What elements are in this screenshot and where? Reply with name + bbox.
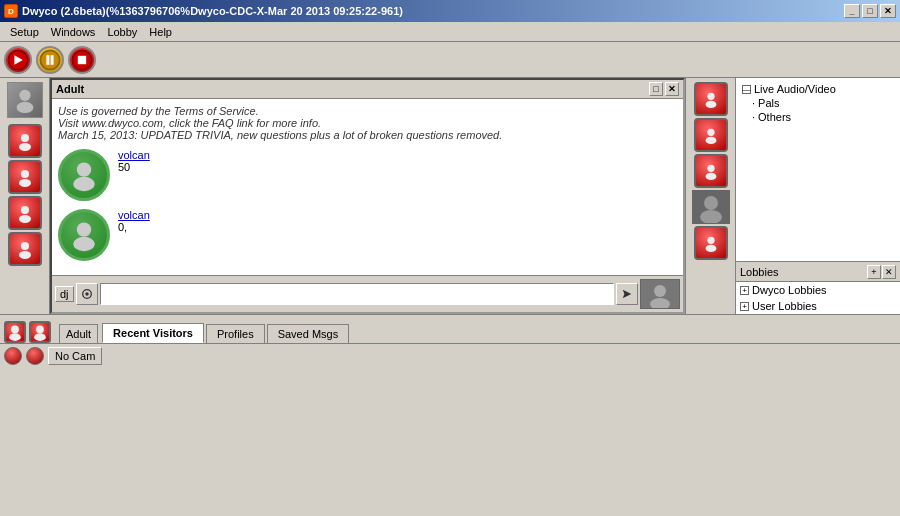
message-username-2[interactable]: volcan xyxy=(118,209,150,221)
input-bar: dj xyxy=(52,275,683,312)
right-btn-2[interactable] xyxy=(694,118,728,152)
svg-point-9 xyxy=(19,143,31,151)
right-btn-3[interactable] xyxy=(694,154,728,188)
right-btn-4[interactable] xyxy=(694,226,728,260)
menu-bar: Setup Windows Lobby Help xyxy=(0,22,900,42)
lobbies-expand-btn[interactable]: + xyxy=(867,265,881,279)
lobbies-header: Lobbies + ✕ xyxy=(736,262,900,282)
send-button[interactable] xyxy=(616,283,638,305)
toolbar-btn-2[interactable] xyxy=(36,46,64,74)
person-icon-3 xyxy=(15,203,35,223)
status-icon-1 xyxy=(4,347,22,365)
tab-adult[interactable]: Adult xyxy=(59,324,98,343)
right-cam-image xyxy=(693,191,729,223)
cam-toggle-button[interactable] xyxy=(76,283,98,305)
user-avatar-icon xyxy=(11,86,39,114)
svg-point-35 xyxy=(707,237,714,244)
tree-label-3: Others xyxy=(758,111,791,123)
bottom-left-icons xyxy=(0,321,55,343)
right-btn-1[interactable] xyxy=(694,82,728,116)
tab-saved-msgs[interactable]: Saved Msgs xyxy=(267,324,350,343)
user-avatar-1[interactable] xyxy=(58,149,110,201)
lobby-label-1: Dwyco Lobbies xyxy=(752,284,827,296)
svg-point-13 xyxy=(19,215,31,223)
bottom-icon-2[interactable] xyxy=(29,321,51,343)
menu-lobby[interactable]: Lobby xyxy=(101,24,143,40)
window-controls[interactable]: _ □ ✕ xyxy=(844,4,896,18)
svg-marker-22 xyxy=(623,290,632,299)
tree-item-audio-video[interactable]: — Live Audio/Video xyxy=(740,82,896,96)
lobby-label-2: User Lobbies xyxy=(752,300,817,312)
toolbar-btn-1[interactable] xyxy=(4,46,32,74)
cam-preview-image xyxy=(641,280,679,308)
close-button[interactable]: ✕ xyxy=(880,4,896,18)
message-text-1: 50 xyxy=(118,161,150,173)
cam-icon xyxy=(81,288,93,300)
title-bar: D Dwyco (2.6beta)(%1363796706%Dwyco-CDC-… xyxy=(0,0,900,22)
status-icon-2 xyxy=(26,347,44,365)
tab-recent-visitors[interactable]: Recent Visitors xyxy=(102,323,204,343)
lobbies-section: Lobbies + ✕ + Dwyco Lobbies + User Lobbi… xyxy=(736,261,900,314)
left-btn-1[interactable] xyxy=(8,124,42,158)
message-username-1[interactable]: volcan xyxy=(118,149,150,161)
svg-point-38 xyxy=(9,333,21,341)
person-icon-4 xyxy=(15,239,35,259)
tree-bullet-1: · xyxy=(752,97,755,109)
minimize-button[interactable]: _ xyxy=(844,4,860,18)
main-area: Adult □ ✕ Use is governed by the Terms o… xyxy=(0,78,900,314)
svg-point-14 xyxy=(21,242,29,250)
right-person-icon-1 xyxy=(702,90,720,108)
svg-point-39 xyxy=(36,326,44,334)
svg-point-8 xyxy=(21,134,29,142)
tree-checkbox-1: — xyxy=(742,85,751,94)
lobby-tree-dwyco[interactable]: + Dwyco Lobbies xyxy=(736,282,900,298)
person-icon-2 xyxy=(15,167,35,187)
right-cam-preview xyxy=(692,190,730,224)
right-panel xyxy=(685,78,735,314)
menu-windows[interactable]: Windows xyxy=(45,24,102,40)
chat-room-label: Adult xyxy=(56,83,84,95)
left-btn-3[interactable] xyxy=(8,196,42,230)
right-person-icon-3 xyxy=(702,162,720,180)
arrow-icon xyxy=(6,48,30,72)
toolbar-btn-3[interactable] xyxy=(68,46,96,74)
chat-panel: Adult □ ✕ Use is governed by the Terms o… xyxy=(50,78,685,314)
stop-icon xyxy=(70,48,94,72)
tree-item-pals[interactable]: · Pals xyxy=(740,96,896,110)
user-avatar-2[interactable] xyxy=(58,209,110,261)
chat-header-close[interactable]: ✕ xyxy=(665,82,679,96)
chat-header-maximize[interactable]: □ xyxy=(649,82,663,96)
title-text: Dwyco (2.6beta)(%1363796706%Dwyco-CDC-X-… xyxy=(22,5,403,17)
bottom-area: Adult Recent Visitors Profiles Saved Msg… xyxy=(0,314,900,367)
tabs-row: Adult Recent Visitors Profiles Saved Msg… xyxy=(0,315,900,343)
tree-label-1: Live Audio/Video xyxy=(754,83,836,95)
svg-point-30 xyxy=(707,165,714,172)
right-person-icon-4 xyxy=(702,234,720,252)
app-icon: D xyxy=(4,4,18,18)
svg-point-18 xyxy=(77,222,91,236)
svg-point-29 xyxy=(705,137,716,144)
tab-profiles[interactable]: Profiles xyxy=(206,324,265,343)
menu-setup[interactable]: Setup xyxy=(4,24,45,40)
left-btn-2[interactable] xyxy=(8,160,42,194)
tree-item-others[interactable]: · Others xyxy=(740,110,896,124)
lobby-tree-user[interactable]: + User Lobbies xyxy=(736,298,900,314)
lobby-expand-icon-1: + xyxy=(740,286,749,295)
bottom-icon-1[interactable] xyxy=(4,321,26,343)
left-btn-4[interactable] xyxy=(8,232,42,266)
dj-button[interactable]: dj xyxy=(55,286,74,302)
lobbies-close-btn[interactable]: ✕ xyxy=(882,265,896,279)
menu-help[interactable]: Help xyxy=(143,24,178,40)
chat-message-row: volcan 50 xyxy=(58,149,677,201)
chat-input-field[interactable] xyxy=(100,283,614,305)
maximize-button[interactable]: □ xyxy=(862,4,878,18)
nocam-button[interactable]: No Cam xyxy=(48,347,102,365)
svg-point-27 xyxy=(705,101,716,108)
svg-point-19 xyxy=(73,237,95,251)
svg-point-37 xyxy=(11,326,19,334)
send-icon xyxy=(621,288,633,300)
left-panel xyxy=(0,78,50,314)
svg-point-1 xyxy=(40,50,59,69)
lobby-expand-icon-2: + xyxy=(740,302,749,311)
right-tree-panel: — Live Audio/Video · Pals · Others Lobbi… xyxy=(735,78,900,314)
